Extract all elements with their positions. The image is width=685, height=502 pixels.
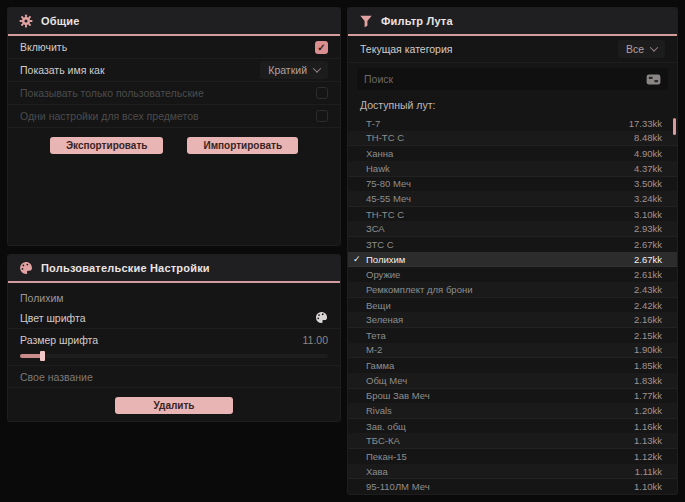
show-name-as-select[interactable]: Краткий [260, 61, 328, 79]
loot-item-name: Зеленая [366, 314, 403, 325]
delete-button[interactable]: Удалить [115, 397, 232, 414]
loot-item-row[interactable]: ✓ ЗТС С 2.67kk [348, 237, 677, 252]
selected-item-label: Полихим [8, 283, 340, 307]
setting-label: Включить [20, 41, 67, 53]
loot-item-name: Хава [366, 466, 388, 477]
loot-item-row[interactable]: ✓ ТБС-КА 1.13kk [348, 433, 677, 449]
loot-item-row[interactable]: ✓ М-2 1.90kk [348, 343, 677, 359]
loot-item-row[interactable]: ✓ ТН-ТС С 8.48kk [348, 131, 677, 147]
loot-item-value: 1.10kk [634, 481, 662, 492]
loot-item-row[interactable]: ✓ Оружие 2.61kk [348, 267, 677, 282]
loot-item-name: ЗТС С [366, 239, 394, 250]
loot-item-row[interactable]: ✓ ЗСА 2.93kk [348, 221, 677, 237]
loot-item-value: 2.93kk [634, 223, 662, 234]
loot-item-row[interactable]: ✓ Зеленая 2.16kk [348, 312, 677, 328]
loot-item-value: 2.16kk [634, 314, 662, 325]
panel-title: Пользовательские Настройки [41, 262, 210, 274]
loot-item-value: 1.16kk [634, 421, 662, 432]
loot-item-value: 3.24kk [634, 193, 662, 204]
category-row: Текущая категория Все [348, 36, 677, 63]
loot-item-name: 95-110ЛМ Меч [366, 481, 430, 492]
loot-item-name: Оружие [366, 269, 400, 280]
loot-item-row[interactable]: ✓ Hawk 4.37kk [348, 161, 677, 177]
export-button[interactable]: Экспортировать [50, 137, 164, 154]
loot-item-row[interactable]: ✓ 75-80 Меч 3.50kk [348, 177, 677, 192]
funnel-icon [359, 14, 373, 28]
gear-icon [19, 14, 33, 28]
loot-item-row[interactable]: ✓ Хава 1.11kk [348, 464, 677, 480]
loot-item-value: 17.33kk [629, 118, 662, 129]
loot-item-name: Гамма [366, 360, 394, 371]
loot-item-value: 1.85kk [634, 360, 662, 371]
right-column: Фильтр Лута Текущая категория Все Доступ… [348, 8, 677, 494]
panel-title: Общие [41, 15, 80, 27]
chevron-down-icon [650, 43, 658, 51]
loot-item-name: Брош Зав Меч [366, 390, 430, 401]
loot-item-row[interactable]: ✓ Rivals 1.20kk [348, 403, 677, 419]
color-picker-icon[interactable] [315, 311, 328, 324]
setting-row-enable: Включить ✓ [8, 36, 340, 59]
loot-item-row[interactable]: ✓ 45-55 Меч 3.24kk [348, 191, 677, 207]
loot-item-row[interactable]: ✓ 95-110ЛМ Меч 1.10kk [348, 479, 677, 494]
slider-handle[interactable] [40, 351, 45, 361]
loot-item-row[interactable]: ✓ Вещи 2.42kk [348, 298, 677, 313]
loot-item-name: Полихим [366, 254, 405, 265]
loot-item-row[interactable]: ✓ Общ Меч 1.83kk [348, 373, 677, 389]
loot-item-row[interactable]: ✓ Полихим 2.67kk [348, 252, 677, 268]
panel-custom-settings: Пользовательские Настройки Полихим Цвет … [8, 255, 340, 421]
loot-item-row[interactable]: ✓ Ремкомплект для брони 2.43kk [348, 282, 677, 298]
palette-icon [19, 261, 33, 275]
loot-item-name: Т-7 [366, 118, 380, 129]
only-custom-checkbox[interactable] [316, 87, 328, 99]
loot-item-value: 2.61kk [634, 269, 662, 280]
left-column: Общие Включить ✓ Показать имя как Кратки… [8, 8, 340, 494]
same-for-all-checkbox[interactable] [316, 110, 328, 122]
search-input[interactable] [364, 73, 640, 85]
mod-config-window: Общие Включить ✓ Показать имя как Кратки… [0, 0, 685, 502]
panel-general: Общие Включить ✓ Показать имя как Кратки… [8, 8, 340, 245]
setting-row-same-for-all: Одни настройки для всех предметов [8, 105, 340, 128]
select-value: Краткий [268, 64, 307, 76]
panel-general-header: Общие [8, 8, 340, 36]
font-size-value: 11.00 [303, 334, 329, 346]
font-size-slider[interactable] [20, 354, 328, 358]
setting-label: Размер шрифта [20, 334, 98, 346]
loot-item-name: М-2 [366, 344, 382, 355]
search-options-icon[interactable] [646, 74, 661, 85]
loot-item-name: ТН-ТС С [366, 209, 404, 220]
loot-item-value: 2.15kk [634, 330, 662, 341]
import-button[interactable]: Импортировать [187, 137, 298, 154]
search-box [357, 68, 668, 90]
setting-label: Одни настройки для всех предметов [20, 110, 199, 122]
loot-item-name: Общ Меч [366, 375, 407, 386]
loot-item-row[interactable]: ✓ Зав. общ 1.16kk [348, 419, 677, 434]
setting-label: Текущая категория [360, 43, 453, 55]
custom-name-placeholder: Свое название [20, 371, 93, 383]
enable-checkbox[interactable]: ✓ [315, 41, 328, 54]
category-select[interactable]: Все [618, 40, 665, 58]
loot-item-value: 1.90kk [634, 344, 662, 355]
loot-item-row[interactable]: ✓ Ханна 4.90kk [348, 146, 677, 161]
setting-label: Показать имя как [20, 64, 105, 76]
loot-item-name: ТБС-КА [366, 435, 400, 446]
loot-item-row[interactable]: ✓ Гамма 1.85kk [348, 358, 677, 373]
loot-item-value: 3.50kk [634, 178, 662, 189]
loot-item-value: 2.42kk [634, 300, 662, 311]
loot-item-name: 45-55 Меч [366, 193, 411, 204]
loot-item-name: 75-80 Меч [366, 178, 411, 189]
loot-item-name: Hawk [366, 163, 390, 174]
available-loot-label: Доступный лут: [348, 95, 677, 116]
loot-item-row[interactable]: ✓ Т-7 17.33kk [348, 116, 677, 131]
export-import-row: Экспортировать Импортировать [8, 128, 340, 163]
delete-row: Удалить [8, 388, 340, 420]
custom-name-input[interactable]: Свое название [8, 366, 340, 388]
loot-item-row[interactable]: ✓ Брош Зав Меч 1.77kk [348, 389, 677, 404]
loot-item-row[interactable]: ✓ Тета 2.15kk [348, 328, 677, 343]
loot-item-value: 1.83kk [634, 375, 662, 386]
loot-item-row[interactable]: ✓ Пекан-15 1.12kk [348, 449, 677, 464]
setting-label: Показывать только пользовательские [20, 87, 204, 99]
loot-item-value: 1.13kk [634, 435, 662, 446]
loot-item-row[interactable]: ✓ ТН-ТС С 3.10kk [348, 207, 677, 222]
font-color-row: Цвет шрифта [8, 307, 340, 329]
loot-item-value: 2.67kk [634, 254, 662, 265]
